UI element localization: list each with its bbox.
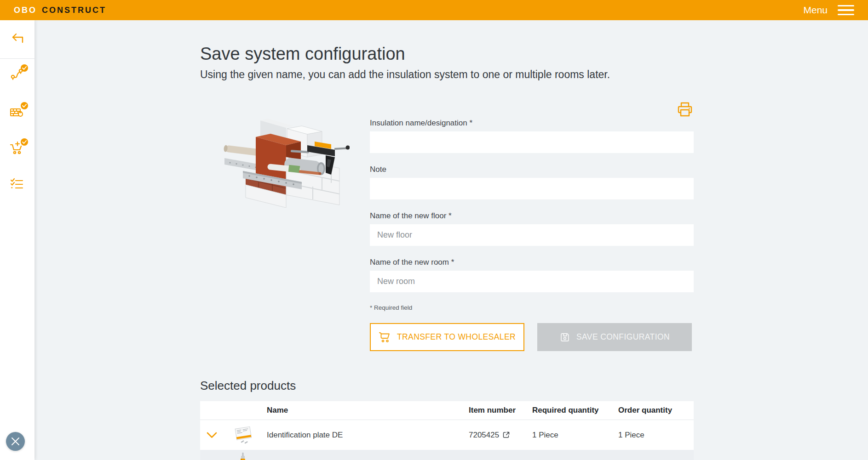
back-arrow-icon: [9, 32, 26, 49]
required-quantity: 1 Piece: [532, 431, 618, 440]
item-number-cell[interactable]: 7205425: [463, 431, 532, 440]
hamburger-menu-icon[interactable]: [837, 4, 855, 17]
field-note: Note: [370, 165, 694, 199]
product-name: Identification plate DE: [262, 431, 463, 440]
left-sidebar: [0, 20, 34, 460]
product-illustration: [216, 113, 350, 351]
order-quantity: 1 Piece: [618, 431, 694, 440]
firewall-flame-icon: [9, 104, 26, 120]
checklist-icon: [9, 176, 26, 193]
save-button-label: SAVE CONFIGURATION: [576, 332, 670, 342]
save-configuration-section: Insulation name/designation * Note Name …: [200, 100, 694, 351]
insulation-name-input[interactable]: [370, 131, 694, 153]
required-field-note: * Required field: [370, 304, 694, 311]
close-button[interactable]: [6, 432, 25, 451]
sidebar-item-cart[interactable]: [7, 138, 28, 159]
route-planning-icon: [9, 66, 26, 83]
field-new-floor: Name of the new floor *: [370, 211, 694, 246]
configuration-form: Insulation name/designation * Note Name …: [370, 100, 694, 351]
sidebar-item-routing[interactable]: [7, 64, 28, 85]
field-insulation-name: Insulation name/designation *: [370, 119, 694, 153]
sidebar-divider: [0, 58, 34, 59]
column-header-required-quantity: Required quantity: [532, 406, 618, 415]
table-row: 2-component fire protection foam PYROSIT…: [200, 450, 694, 460]
logo-obo-text: OBO: [14, 6, 37, 15]
check-badge: [21, 64, 28, 72]
top-header: OBO CONSTRUCT Menu: [0, 0, 868, 20]
back-button[interactable]: [7, 30, 28, 51]
table-header-row: Name Item number Required quantity Order…: [200, 401, 694, 420]
item-number: 7205425: [469, 431, 499, 440]
column-header-item-number: Item number: [463, 406, 532, 415]
save-configuration-button[interactable]: SAVE CONFIGURATION: [537, 323, 692, 351]
note-label: Note: [370, 165, 694, 174]
column-header-name: Name: [262, 406, 463, 415]
selected-products-table: Name Item number Required quantity Order…: [200, 401, 694, 460]
app-window: OBO CONSTRUCT Menu: [0, 0, 868, 460]
chevron-down-icon: [207, 432, 217, 438]
cart-add-icon: [9, 140, 26, 157]
menu-label[interactable]: Menu: [803, 5, 828, 16]
column-header-order-quantity: Order quantity: [618, 406, 694, 415]
note-input[interactable]: [370, 178, 694, 199]
table-row: Identification plate DE 7205425 1 Piece …: [200, 420, 694, 450]
page-subtitle: Using the given name, you can add the in…: [200, 68, 694, 81]
printer-icon: [676, 101, 694, 118]
sidebar-item-fire-protection[interactable]: [7, 102, 28, 122]
transfer-button-label: TRANSFER TO WHOLESALER: [397, 332, 516, 342]
close-x-icon: [11, 437, 20, 446]
transfer-to-wholesaler-button[interactable]: TRANSFER TO WHOLESALER: [370, 323, 524, 351]
check-badge: [21, 102, 28, 109]
page-title: Save system configuration: [200, 44, 694, 64]
new-room-input[interactable]: [370, 271, 694, 292]
identification-plate-thumbnail: [223, 425, 262, 446]
save-disk-icon: [559, 332, 570, 343]
cart-icon: [379, 331, 391, 343]
foam-cartridge-thumbnail: [223, 452, 262, 460]
main-content: Save system configuration Using the give…: [200, 20, 694, 460]
external-link-icon[interactable]: [502, 431, 510, 439]
sidebar-item-summary[interactable]: [7, 175, 28, 195]
obo-construct-logo: OBO CONSTRUCT: [14, 6, 106, 15]
new-room-label: Name of the new room *: [370, 258, 694, 267]
selected-products-heading: Selected products: [200, 379, 694, 393]
field-new-room: Name of the new room *: [370, 258, 694, 292]
insulation-name-label: Insulation name/designation *: [370, 119, 694, 128]
form-actions: TRANSFER TO WHOLESALER SAVE CONFIGURATIO…: [370, 323, 694, 351]
check-badge: [21, 138, 28, 146]
header-right-group: Menu: [803, 4, 855, 17]
new-floor-label: Name of the new floor *: [370, 211, 694, 221]
print-button[interactable]: [676, 100, 694, 119]
new-floor-input[interactable]: [370, 224, 694, 246]
logo-construct-text: CONSTRUCT: [42, 6, 106, 15]
row-expand-chevron[interactable]: [200, 432, 223, 438]
